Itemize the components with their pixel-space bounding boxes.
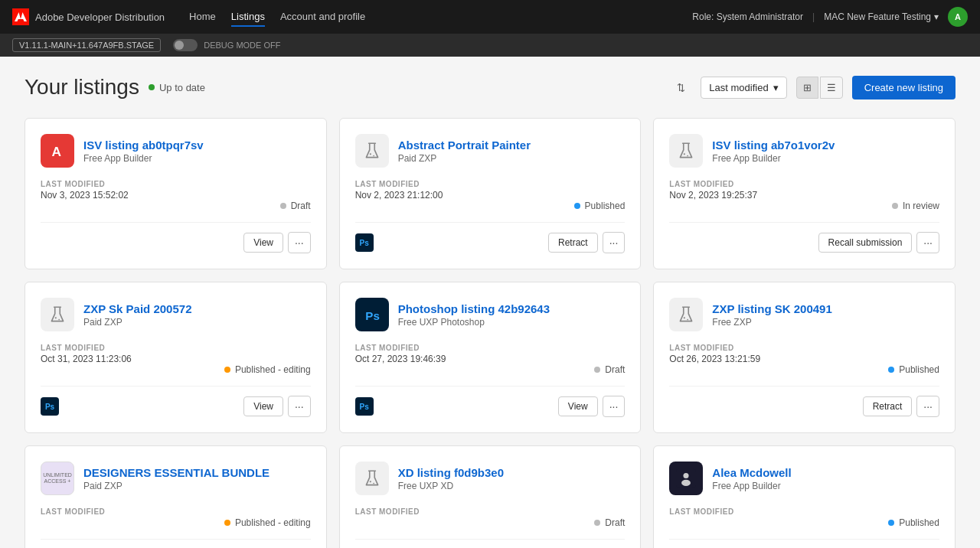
listing-title[interactable]: XD listing f0d9b3e0 bbox=[398, 466, 504, 479]
logo-area: Adobe Developer Distribution bbox=[12, 8, 165, 25]
version-bar: V1.11.1-MAIN+11.647A9FB.STAGE DEBUG MODE… bbox=[0, 34, 980, 57]
listing-icon: UNLIMITED ACCESS + bbox=[41, 462, 74, 495]
nav-account[interactable]: Account and profile bbox=[280, 8, 365, 27]
app-icons: Ps bbox=[41, 397, 59, 416]
listing-title[interactable]: Photoshop listing 42b92643 bbox=[398, 302, 550, 315]
listing-icon bbox=[41, 298, 74, 331]
listing-card: Abstract Portrait Painter Paid ZXP LAST … bbox=[339, 118, 642, 269]
card-meta: LAST MODIFIED bbox=[669, 507, 733, 517]
card-footer: View ··· bbox=[355, 539, 626, 548]
listings-grid: A ISV listing ab0tpqr7sv Free App Builde… bbox=[24, 118, 956, 548]
status-indicator-icon bbox=[888, 367, 894, 373]
card-meta: LAST MODIFIED Nov 2, 2023 21:12:00 bbox=[355, 180, 443, 201]
listing-card: UNLIMITED ACCESS + DESIGNERS ESSENTIAL B… bbox=[24, 445, 327, 548]
card-status: Published - editing bbox=[224, 364, 311, 375]
sort-icon: ⇅ bbox=[677, 82, 685, 93]
status-text: Published bbox=[899, 364, 939, 375]
card-status: Published bbox=[888, 517, 939, 528]
svg-text:Ps: Ps bbox=[365, 309, 380, 322]
grid-view-button[interactable]: ⊞ bbox=[796, 77, 818, 99]
meta-status-row: LAST MODIFIED Published - editing bbox=[41, 507, 311, 528]
card-actions: View ··· bbox=[243, 232, 310, 253]
last-modified-value: Nov 2, 2023 21:12:00 bbox=[355, 190, 443, 201]
listing-subtitle: Free UXP Photoshop bbox=[398, 317, 550, 328]
primary-action-button[interactable]: View bbox=[243, 396, 283, 416]
primary-action-button[interactable]: Recall submission bbox=[818, 233, 913, 253]
list-view-button[interactable]: ☰ bbox=[820, 77, 843, 99]
card-title-area: ISV listing ab7o1vor2v Free App Builder bbox=[712, 139, 835, 164]
sort-label: Last modified bbox=[709, 82, 768, 93]
sort-order-button[interactable]: ⇅ bbox=[671, 77, 691, 98]
more-options-button[interactable]: ··· bbox=[916, 232, 939, 253]
listing-title[interactable]: ZXP listing SK 200491 bbox=[712, 302, 831, 315]
card-footer: Retract ··· bbox=[669, 386, 939, 417]
nav-home[interactable]: Home bbox=[189, 8, 216, 27]
env-selector[interactable]: MAC New Feature Testing ▾ bbox=[824, 11, 939, 22]
ps-app-icon: Ps bbox=[41, 397, 59, 416]
card-title-area: ISV listing ab0tpqr7sv Free App Builder bbox=[83, 139, 204, 164]
status-indicator-icon bbox=[888, 520, 894, 526]
card-status: Published bbox=[888, 364, 939, 375]
card-title-area: Abstract Portrait Painter Paid ZXP bbox=[398, 139, 531, 164]
card-header: ZXP Sk Paid 200572 Paid ZXP bbox=[41, 298, 311, 331]
listing-title[interactable]: DESIGNERS ESSENTIAL BUNDLE bbox=[83, 466, 270, 479]
meta-status-row: LAST MODIFIED Nov 3, 2023 15:52:02 Draft bbox=[41, 180, 311, 211]
card-meta: LAST MODIFIED bbox=[355, 507, 420, 517]
role-label: Role: System Administrator bbox=[692, 11, 803, 22]
grid-icon: ⊞ bbox=[803, 82, 812, 93]
primary-action-button[interactable]: View bbox=[558, 396, 598, 416]
more-options-button[interactable]: ··· bbox=[603, 396, 626, 417]
listing-subtitle: Free UXP XD bbox=[398, 481, 504, 491]
listing-title[interactable]: ISV listing ab0tpqr7sv bbox=[83, 139, 204, 152]
debug-switch[interactable] bbox=[173, 39, 198, 51]
card-header: Abstract Portrait Painter Paid ZXP bbox=[355, 134, 626, 168]
nav-listings[interactable]: Listings bbox=[231, 8, 265, 27]
card-title-area: XD listing f0d9b3e0 Free UXP XD bbox=[398, 466, 504, 491]
listing-title[interactable]: Alea Mcdowell bbox=[712, 466, 791, 479]
listing-icon bbox=[669, 298, 703, 331]
svg-point-12 bbox=[373, 483, 374, 484]
card-footer: Recall submission ··· bbox=[669, 222, 939, 253]
primary-action-button[interactable]: View bbox=[243, 233, 283, 253]
status-indicator-icon bbox=[280, 203, 286, 209]
last-modified-value: Nov 3, 2023 15:52:02 bbox=[41, 190, 129, 201]
card-status: Draft bbox=[594, 517, 625, 528]
meta-status-row: LAST MODIFIED Oct 31, 2023 11:23:06 Publ… bbox=[41, 344, 311, 375]
sort-dropdown[interactable]: Last modified ▾ bbox=[701, 77, 786, 99]
svg-point-15 bbox=[681, 480, 691, 486]
meta-status-row: LAST MODIFIED Nov 2, 2023 21:12:00 Publi… bbox=[355, 180, 626, 211]
status-indicator-icon bbox=[594, 367, 600, 373]
card-status: In review bbox=[892, 201, 939, 211]
card-meta: LAST MODIFIED Nov 2, 2023 19:25:37 bbox=[669, 180, 757, 201]
card-actions: View ··· bbox=[243, 396, 310, 417]
avatar[interactable]: A bbox=[948, 7, 968, 27]
card-footer: Ps View ··· bbox=[355, 386, 626, 417]
listing-title[interactable]: ZXP Sk Paid 200572 bbox=[83, 302, 191, 315]
primary-action-button[interactable]: Retract bbox=[863, 396, 913, 416]
more-options-button[interactable]: ··· bbox=[916, 396, 939, 417]
brand-name: Adobe Developer Distribution bbox=[35, 11, 165, 23]
card-header: ZXP listing SK 200491 Free ZXP bbox=[669, 298, 939, 331]
more-options-button[interactable]: ··· bbox=[603, 232, 626, 253]
status-indicator-icon bbox=[892, 203, 898, 209]
svg-point-3 bbox=[373, 155, 374, 157]
app-icons: Ps bbox=[355, 397, 374, 416]
primary-action-button[interactable]: Retract bbox=[548, 233, 598, 253]
debug-toggle[interactable]: DEBUG MODE OFF bbox=[173, 39, 280, 51]
card-title-area: ZXP Sk Paid 200572 Paid ZXP bbox=[83, 302, 191, 328]
listing-title[interactable]: Abstract Portrait Painter bbox=[398, 139, 531, 152]
more-options-button[interactable]: ··· bbox=[288, 396, 311, 417]
listing-card: ZXP listing SK 200491 Free ZXP LAST MODI… bbox=[653, 282, 956, 433]
listing-title[interactable]: ISV listing ab7o1vor2v bbox=[712, 139, 835, 152]
card-title-area: Photoshop listing 42b92643 Free UXP Phot… bbox=[398, 302, 550, 328]
chevron-down-icon: ▾ bbox=[934, 11, 939, 22]
create-listing-button[interactable]: Create new listing bbox=[852, 76, 956, 99]
sort-chevron-icon: ▾ bbox=[773, 82, 779, 93]
top-navigation: Adobe Developer Distribution Home Listin… bbox=[0, 0, 980, 34]
svg-point-4 bbox=[684, 153, 685, 155]
more-options-button[interactable]: ··· bbox=[288, 232, 311, 253]
svg-point-14 bbox=[684, 473, 689, 478]
meta-status-row: LAST MODIFIED Oct 26, 2023 13:21:59 Publ… bbox=[669, 344, 939, 375]
card-title-area: Alea Mcdowell Free App Builder bbox=[712, 466, 791, 491]
listing-subtitle: Free App Builder bbox=[83, 153, 204, 164]
